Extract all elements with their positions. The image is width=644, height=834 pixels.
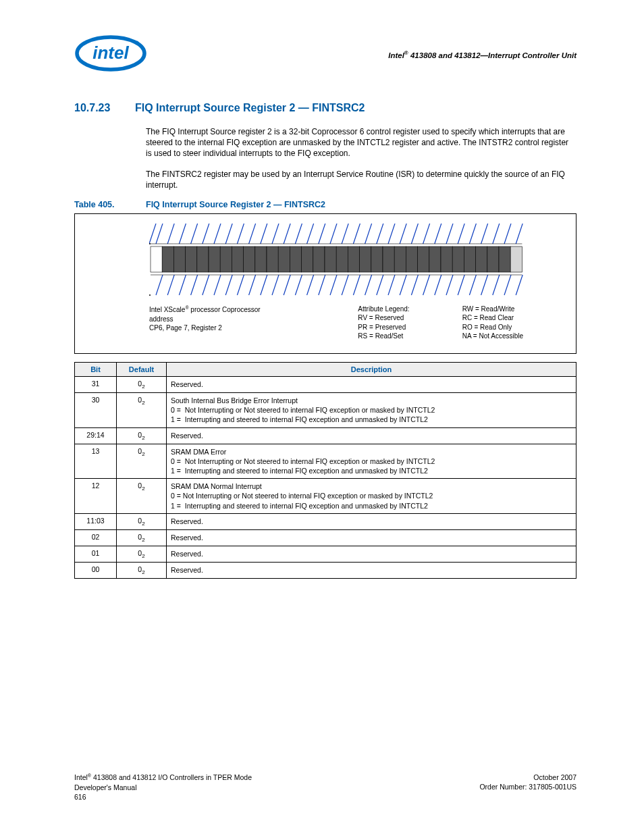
svg-line-147 bbox=[481, 275, 488, 295]
svg-rect-16 bbox=[173, 246, 185, 272]
svg-line-4 bbox=[149, 224, 156, 244]
svg-rect-11 bbox=[162, 246, 173, 272]
legend-addr-line1: Intel XScale® processor Coprocessor bbox=[149, 306, 261, 313]
svg-rect-141 bbox=[464, 246, 475, 272]
table-row: 0002Reserved. bbox=[75, 562, 576, 578]
svg-rect-61 bbox=[278, 246, 290, 272]
svg-rect-146 bbox=[476, 246, 487, 272]
svg-line-160 bbox=[516, 224, 522, 244]
document-running-title: Intel® 413808 and 413812—Interrupt Contr… bbox=[388, 50, 576, 59]
svg-line-87 bbox=[342, 275, 348, 295]
svg-line-25 bbox=[203, 224, 209, 244]
footer-date: October 2007 bbox=[533, 773, 576, 781]
table-row: 11:0302Reserved. bbox=[75, 513, 576, 529]
svg-line-162 bbox=[516, 275, 522, 295]
footer-order-number: Order Number: 317805-001US bbox=[479, 783, 576, 791]
register-diagram-frame: (function(){ var ns="http://www.w3.org/2… bbox=[74, 213, 576, 354]
svg-line-70 bbox=[307, 224, 314, 244]
svg-line-122 bbox=[423, 275, 430, 295]
cell-bit: 11:03 bbox=[75, 513, 117, 529]
cell-default: 02 bbox=[117, 444, 167, 479]
cell-bit: 02 bbox=[75, 529, 117, 546]
svg-line-32 bbox=[214, 275, 221, 295]
table-row: 3002South Internal Bus Bridge Error Inte… bbox=[75, 393, 576, 428]
svg-line-97 bbox=[365, 275, 372, 295]
svg-line-112 bbox=[400, 275, 406, 295]
svg-line-5 bbox=[156, 224, 163, 244]
svg-rect-86 bbox=[336, 246, 348, 272]
svg-rect-51 bbox=[255, 246, 267, 272]
svg-line-130 bbox=[446, 224, 453, 244]
svg-line-15 bbox=[179, 224, 186, 244]
svg-line-17 bbox=[179, 275, 186, 295]
svg-rect-161 bbox=[510, 246, 522, 272]
svg-line-142 bbox=[469, 275, 476, 295]
svg-line-60 bbox=[284, 224, 290, 244]
svg-line-42 bbox=[237, 275, 244, 295]
footer-product: Intel® 413808 and 413812 I/O Controllers… bbox=[74, 773, 252, 781]
svg-line-110 bbox=[400, 224, 406, 244]
svg-line-55 bbox=[272, 224, 279, 244]
legend-address-col: Intel XScale® processor Coprocessor addr… bbox=[149, 305, 358, 341]
legend-addr-line3: CP6, Page 7, Register 2 bbox=[149, 324, 222, 332]
svg-rect-21 bbox=[186, 246, 197, 272]
svg-line-117 bbox=[411, 275, 418, 295]
svg-line-47 bbox=[249, 275, 256, 295]
svg-line-135 bbox=[458, 224, 464, 244]
col-header-description: Description bbox=[167, 362, 576, 376]
svg-rect-91 bbox=[348, 246, 359, 272]
svg-line-102 bbox=[377, 275, 383, 295]
cell-default: 02 bbox=[117, 376, 167, 392]
cell-description: Reserved. bbox=[167, 513, 576, 529]
svg-line-37 bbox=[225, 275, 232, 295]
svg-rect-76 bbox=[313, 246, 325, 272]
cell-description: SRAM DMA Normal Interrupt0 = Not Interru… bbox=[167, 479, 576, 514]
footer-page-number: 616 bbox=[74, 793, 86, 801]
svg-text:intel: intel bbox=[92, 43, 129, 63]
section-title: FIQ Interrupt Source Register 2 — FINTSR… bbox=[135, 102, 365, 113]
table-title: FIQ Interrupt Source Register 2 — FINTSR… bbox=[146, 200, 325, 209]
svg-rect-121 bbox=[418, 246, 429, 272]
svg-rect-101 bbox=[371, 246, 383, 272]
footer-left: Intel® 413808 and 413812 I/O Controllers… bbox=[74, 773, 252, 802]
cell-description: South Internal Bus Bridge Error Interrup… bbox=[167, 393, 576, 428]
table-row: 0102Reserved. bbox=[75, 546, 576, 562]
svg-line-152 bbox=[493, 275, 500, 295]
svg-line-7 bbox=[156, 275, 163, 295]
svg-rect-6 bbox=[151, 246, 162, 272]
svg-line-95 bbox=[365, 224, 372, 244]
col-header-default: Default bbox=[117, 362, 167, 376]
svg-line-72 bbox=[307, 275, 314, 295]
svg-line-127 bbox=[435, 275, 441, 295]
cell-description: Reserved. bbox=[167, 562, 576, 578]
table-header-row: Bit Default Description bbox=[75, 362, 576, 376]
cell-description: Reserved. bbox=[167, 427, 576, 444]
cell-default: 02 bbox=[117, 529, 167, 546]
diagram-legend: Intel XScale® processor Coprocessor addr… bbox=[84, 305, 566, 341]
svg-line-85 bbox=[342, 224, 348, 244]
svg-rect-66 bbox=[290, 246, 301, 272]
footer-manual: Developer's Manual bbox=[74, 783, 136, 791]
svg-line-35 bbox=[225, 224, 232, 244]
body-paragraph-1: The FIQ Interrupt Source register 2 is a… bbox=[146, 126, 576, 159]
svg-line-75 bbox=[319, 224, 325, 244]
svg-rect-116 bbox=[406, 246, 417, 272]
col-header-bit: Bit bbox=[75, 362, 117, 376]
legend-addr-line2: address bbox=[149, 315, 173, 323]
svg-line-155 bbox=[504, 224, 511, 244]
page-footer: Intel® 413808 and 413812 I/O Controllers… bbox=[74, 773, 576, 802]
table-row: 3102Reserved. bbox=[75, 376, 576, 392]
cell-default: 02 bbox=[117, 427, 167, 444]
svg-rect-56 bbox=[267, 246, 278, 272]
svg-rect-111 bbox=[394, 246, 406, 272]
svg-line-45 bbox=[249, 224, 256, 244]
cell-default: 02 bbox=[117, 562, 167, 578]
cell-bit: 13 bbox=[75, 444, 117, 479]
cell-bit: 01 bbox=[75, 546, 117, 562]
table-row: 29:1402Reserved. bbox=[75, 427, 576, 444]
svg-line-67 bbox=[295, 275, 302, 295]
cell-default: 02 bbox=[117, 393, 167, 428]
svg-rect-71 bbox=[302, 246, 313, 272]
svg-rect-96 bbox=[360, 246, 371, 272]
bit-field-diagram: (function(){ var ns="http://www.w3.org/2… bbox=[149, 224, 566, 298]
